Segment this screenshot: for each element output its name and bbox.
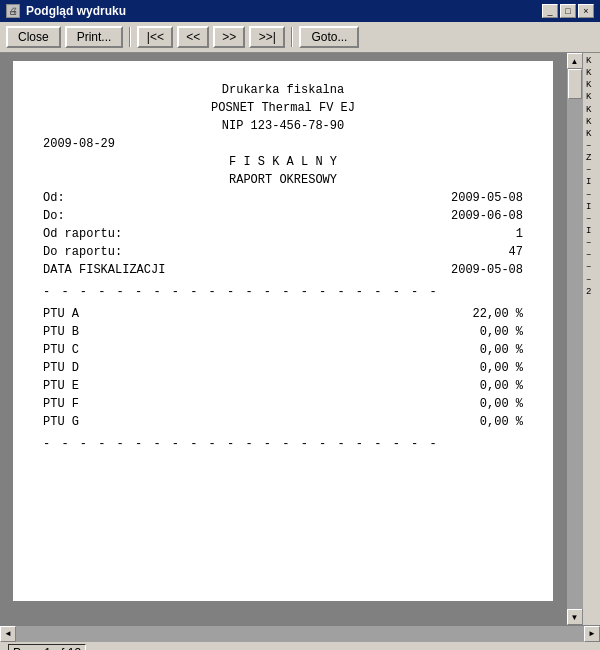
title-bar-left: 🖨 Podgląd wydruku <box>6 4 126 18</box>
sidebar-char: – <box>586 237 597 249</box>
scroll-thumb[interactable] <box>568 69 582 99</box>
scroll-left-button[interactable]: ◄ <box>0 626 16 642</box>
ptu-c-row: PTU C 0,00 % <box>43 341 523 359</box>
sidebar-char: – <box>586 213 597 225</box>
do-value: 2009-06-08 <box>451 207 523 225</box>
sidebar-char: – <box>586 261 597 273</box>
sidebar-char: – <box>586 140 597 152</box>
sidebar-char: K <box>586 91 597 103</box>
ptu-e-value: 0,00 % <box>480 377 523 395</box>
sidebar-content: KKKKKKK–Z–I–I–I––––2 <box>583 53 600 300</box>
separator <box>129 27 131 47</box>
sidebar-char: 2 <box>586 286 597 298</box>
status-bar: Page 1 of 13 <box>0 641 600 650</box>
main-area: Drukarka fiskalna POSNET Thermal FV EJ N… <box>0 53 600 625</box>
dashes-2: - - - - - - - - - - - - - - - - - - - - … <box>43 435 523 453</box>
scroll-up-button[interactable]: ▲ <box>567 53 583 69</box>
title-bar-controls[interactable]: _ □ × <box>542 4 594 18</box>
page-container: Drukarka fiskalna POSNET Thermal FV EJ N… <box>13 61 553 601</box>
right-scrollbar[interactable]: ▲ ▼ <box>566 53 582 625</box>
sidebar-char: K <box>586 104 597 116</box>
sidebar-char: – <box>586 274 597 286</box>
separator2 <box>291 27 293 47</box>
sidebar-char: Z <box>586 152 597 164</box>
ptu-g-row: PTU G 0,00 % <box>43 413 523 431</box>
do-label: Do: <box>43 207 65 225</box>
doc-line-1: Drukarka fiskalna <box>43 81 523 99</box>
ptu-a-value: 22,00 % <box>473 305 523 323</box>
sidebar-char: K <box>586 116 597 128</box>
ptu-f-label: PTU F <box>43 395 79 413</box>
ptu-a-row: PTU A 22,00 % <box>43 305 523 323</box>
doc-date: 2009-08-29 <box>43 135 523 153</box>
scroll-track[interactable] <box>567 69 583 609</box>
od-value: 2009-05-08 <box>451 189 523 207</box>
first-page-button[interactable]: |<< <box>137 26 173 48</box>
do-ra-row: Do raportu: 47 <box>43 243 523 261</box>
ptu-a-label: PTU A <box>43 305 79 323</box>
title-bar: 🖨 Podgląd wydruku _ □ × <box>0 0 600 22</box>
last-page-button[interactable]: >>| <box>249 26 285 48</box>
bottom-scrollbar[interactable]: ◄ ► <box>0 625 600 641</box>
sidebar-char: – <box>586 189 597 201</box>
od-ra-value: 1 <box>516 225 523 243</box>
doc-line-6: RAPORT OKRESOWY <box>43 171 523 189</box>
ptu-b-value: 0,00 % <box>480 323 523 341</box>
prev-page-button[interactable]: << <box>177 26 209 48</box>
sidebar-char: I <box>586 201 597 213</box>
dashes-1: - - - - - - - - - - - - - - - - - - - - … <box>43 283 523 301</box>
window-title: Podgląd wydruku <box>26 4 126 18</box>
minimize-button[interactable]: _ <box>542 4 558 18</box>
do-row: Do: 2009-06-08 <box>43 207 523 225</box>
ptu-c-label: PTU C <box>43 341 79 359</box>
do-ra-label: Do raportu: <box>43 243 122 261</box>
right-sidebar: KKKKKKK–Z–I–I–I––––2 <box>582 53 600 625</box>
ptu-e-row: PTU E 0,00 % <box>43 377 523 395</box>
ptu-b-label: PTU B <box>43 323 79 341</box>
print-button[interactable]: Print... <box>65 26 124 48</box>
sidebar-char: K <box>586 55 597 67</box>
sidebar-char: – <box>586 249 597 261</box>
sidebar-char: K <box>586 128 597 140</box>
close-window-button[interactable]: × <box>578 4 594 18</box>
maximize-button[interactable]: □ <box>560 4 576 18</box>
od-ra-row: Od raportu: 1 <box>43 225 523 243</box>
sidebar-char: – <box>586 164 597 176</box>
data-fis-row: DATA FISKALIZACJI 2009-05-08 <box>43 261 523 279</box>
goto-button[interactable]: Goto... <box>299 26 359 48</box>
doc-line-5: F I S K A L N Y <box>43 153 523 171</box>
scroll-area[interactable]: Drukarka fiskalna POSNET Thermal FV EJ N… <box>0 53 566 625</box>
data-fis-label: DATA FISKALIZACJI <box>43 261 165 279</box>
ptu-f-row: PTU F 0,00 % <box>43 395 523 413</box>
sidebar-char: I <box>586 225 597 237</box>
sidebar-char: K <box>586 67 597 79</box>
scroll-down-button[interactable]: ▼ <box>567 609 583 625</box>
ptu-g-label: PTU G <box>43 413 79 431</box>
ptu-d-value: 0,00 % <box>480 359 523 377</box>
status-text: Page 1 of 13 <box>8 644 86 651</box>
next-page-button[interactable]: >> <box>213 26 245 48</box>
ptu-e-label: PTU E <box>43 377 79 395</box>
sidebar-char: I <box>586 176 597 188</box>
scroll-right-button[interactable]: ► <box>584 626 600 642</box>
od-row: Od: 2009-05-08 <box>43 189 523 207</box>
od-ra-label: Od raportu: <box>43 225 122 243</box>
ptu-g-value: 0,00 % <box>480 413 523 431</box>
h-scroll-track[interactable] <box>16 626 584 642</box>
do-ra-value: 47 <box>509 243 523 261</box>
od-label: Od: <box>43 189 65 207</box>
doc-line-3: NIP 123-456-78-90 <box>43 117 523 135</box>
document-content: Drukarka fiskalna POSNET Thermal FV EJ N… <box>43 81 523 453</box>
doc-line-2: POSNET Thermal FV EJ <box>43 99 523 117</box>
ptu-d-label: PTU D <box>43 359 79 377</box>
title-icon: 🖨 <box>6 4 20 18</box>
close-button[interactable]: Close <box>6 26 61 48</box>
toolbar: Close Print... |<< << >> >>| Goto... <box>0 22 600 53</box>
ptu-b-row: PTU B 0,00 % <box>43 323 523 341</box>
ptu-f-value: 0,00 % <box>480 395 523 413</box>
ptu-c-value: 0,00 % <box>480 341 523 359</box>
data-fis-value: 2009-05-08 <box>451 261 523 279</box>
sidebar-char: K <box>586 79 597 91</box>
ptu-d-row: PTU D 0,00 % <box>43 359 523 377</box>
